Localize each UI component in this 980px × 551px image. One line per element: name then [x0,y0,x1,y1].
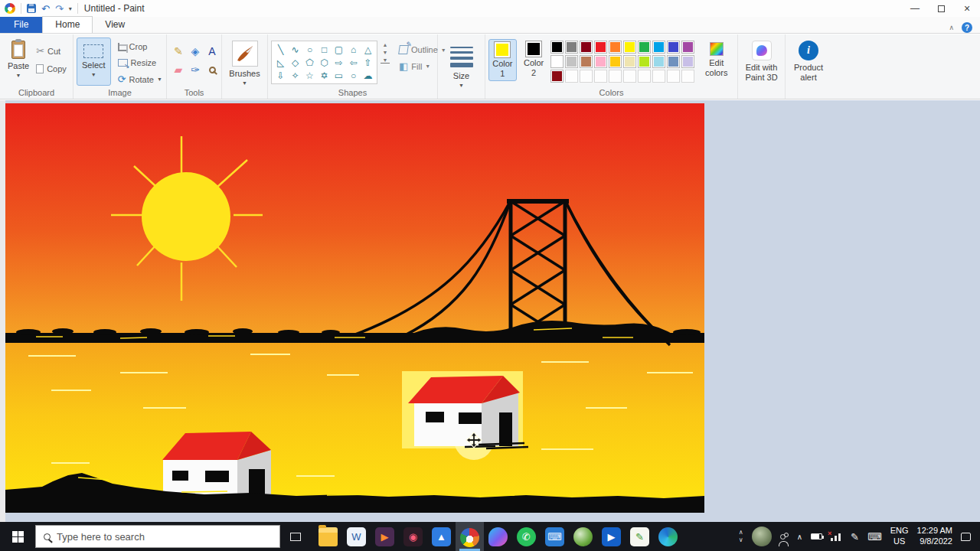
search-input[interactable] [57,531,272,543]
tab-home[interactable]: Home [42,16,93,33]
clock[interactable]: 12:29 AM 9/8/2022 [917,526,952,547]
palette-swatch[interactable] [595,70,606,82]
collapse-ribbon-icon[interactable]: ∧ [949,24,954,31]
start-button[interactable] [0,522,35,551]
shape-curve-icon[interactable]: ∿ [288,43,302,56]
redo-icon[interactable]: ↷ [55,4,64,14]
color2-button[interactable]: Color 2 [520,39,548,80]
customize-qat-dropdown-icon[interactable]: ▾ [69,5,72,12]
undo-icon[interactable]: ↶ [41,4,50,14]
shape-ellipse-icon[interactable]: ○ [302,43,317,56]
palette-swatch[interactable] [668,41,679,53]
pencil-icon[interactable]: ✎ [174,45,183,57]
battery-icon[interactable] [811,533,822,540]
taskbar-music-app-icon[interactable]: ◉ [399,522,427,551]
pen-icon[interactable]: ✎ [851,531,859,543]
palette-swatch[interactable] [639,41,650,53]
taskbar-lens-icon[interactable] [569,522,597,551]
shape-star-4-icon[interactable]: ✧ [288,69,302,82]
copy-button[interactable]: Copy [34,63,69,75]
shape-arrow-up-icon[interactable]: ⇧ [361,56,375,69]
palette-swatch[interactable] [551,56,563,67]
palette-swatch[interactable] [580,70,592,82]
brushes-button[interactable]: Brushes ▼ [225,37,264,89]
palette-swatch[interactable] [624,41,635,53]
shape-pentagon-icon[interactable]: ⬠ [302,56,317,69]
taskbar-paint-3d-icon[interactable] [484,522,512,551]
tab-view[interactable]: View [93,17,137,33]
resize-button[interactable]: Resize [116,57,165,69]
palette-swatch[interactable] [595,41,606,53]
shape-right-triangle-icon[interactable]: ◺ [273,56,288,69]
paste-button[interactable]: Paste ▼ [3,37,34,81]
palette-swatch[interactable] [682,41,694,53]
palette-swatch[interactable] [580,41,592,53]
palette-swatch[interactable] [653,41,665,53]
shape-rectangle-icon[interactable]: □ [317,43,332,56]
palette-swatch[interactable] [580,56,592,67]
select-button[interactable]: Select ▼ [77,37,111,86]
crop-button[interactable]: Crop [116,41,165,53]
shapes-scroll-up-icon[interactable]: ▲ [381,42,390,47]
taskbar-paint-icon[interactable] [456,522,484,551]
shape-triangle-icon[interactable]: △ [361,43,375,56]
language-indicator[interactable]: ENGUS [890,526,909,547]
palette-swatch[interactable] [609,70,621,82]
shape-star-6-icon[interactable]: ✡ [317,69,332,82]
shapes-scroll-down-icon[interactable]: ▼ [381,50,390,55]
shape-line-icon[interactable]: ╲ [273,43,288,56]
palette-swatch[interactable] [682,56,694,67]
magnifier-icon[interactable] [209,67,216,73]
help-icon[interactable]: ? [962,22,972,33]
shape-arrow-down-icon[interactable]: ⇩ [273,69,288,82]
palette-swatch[interactable] [668,56,679,67]
palette-swatch[interactable] [668,70,679,82]
user-avatar[interactable] [752,527,772,546]
taskbar-wps-writer-icon[interactable]: W [342,522,371,551]
shape-arrow-left-icon[interactable]: ⇦ [346,56,361,69]
palette-swatch[interactable] [653,56,665,67]
taskbar-photos-icon[interactable]: ▲ [427,522,456,551]
task-view-button[interactable] [280,522,311,551]
taskbar-whatsapp-icon[interactable]: ✆ [512,522,541,551]
color-picker-icon[interactable]: ✑ [191,64,200,76]
color1-button[interactable]: Color 1 [488,39,517,81]
taskbar-video-player-icon[interactable]: ▶ [597,522,626,551]
tray-scroll-down-icon[interactable]: ∨ [739,537,743,543]
shape-diamond-icon[interactable]: ◇ [288,56,302,69]
palette-swatch[interactable] [639,56,650,67]
shape-star-5-icon[interactable]: ☆ [302,69,317,82]
cut-button[interactable]: ✂Cut [34,44,69,58]
palette-swatch[interactable] [653,70,665,82]
edit-colors-button[interactable]: Edit colors [698,39,734,77]
shape-rounded-rectangle-icon[interactable]: ▢ [332,43,346,56]
tab-file[interactable]: File [0,17,42,33]
shape-hexagon-icon[interactable]: ⬡ [317,56,332,69]
taskbar-media-player-icon[interactable]: ▶ [371,522,399,551]
shape-callout-rounded-icon[interactable]: ▭ [332,69,346,82]
palette-swatch[interactable] [609,56,621,67]
hidden-icons-chevron[interactable]: ∧ [797,533,802,541]
fill-bucket-icon[interactable]: ◈ [191,45,200,57]
eraser-icon[interactable]: ▰ [175,64,183,76]
edit-with-paint3d-button[interactable]: Edit with Paint 3D [741,37,782,82]
network-icon[interactable]: × [831,532,842,541]
palette-swatch[interactable] [551,41,563,53]
paint-canvas[interactable] [5,103,704,513]
close-button[interactable]: × [954,0,980,17]
palette-swatch[interactable] [595,56,606,67]
shape-polygon-icon[interactable]: ⌂ [346,43,361,56]
taskbar-file-explorer-icon[interactable] [314,522,342,551]
palette-swatch[interactable] [682,70,694,82]
palette-swatch[interactable] [551,70,563,82]
shape-arrow-right-icon[interactable]: ⇨ [332,56,346,69]
minimize-button[interactable]: — [902,0,928,17]
taskbar-edge-browser-icon[interactable] [654,522,682,551]
people-icon[interactable] [780,534,786,540]
text-tool-icon[interactable]: A [208,45,215,57]
shape-callout-oval-icon[interactable]: ○ [346,69,361,82]
taskbar-notes-icon[interactable]: ✎ [626,522,654,551]
save-icon[interactable] [27,4,36,13]
restore-button[interactable] [928,0,954,17]
tray-scroll-arrows[interactable]: ∧ ∨ [739,530,743,543]
